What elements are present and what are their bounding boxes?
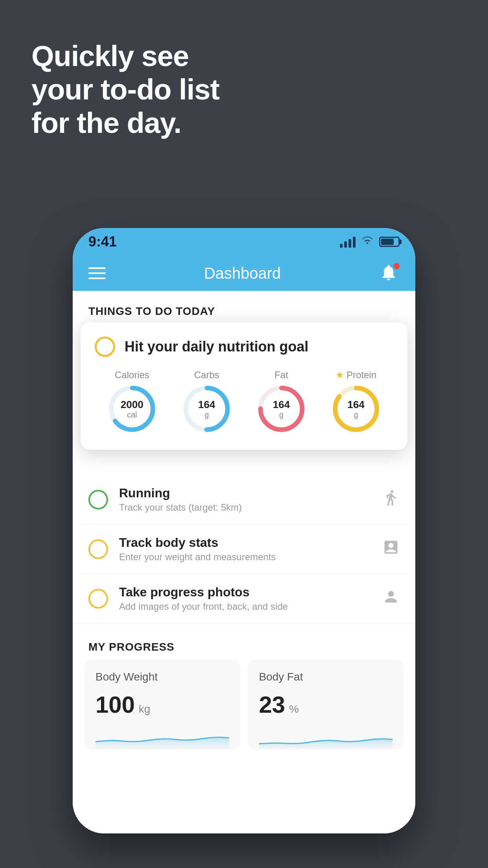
body-weight-title: Body Weight: [95, 671, 229, 683]
body-fat-value-row: 23 %: [259, 691, 393, 718]
nav-title: Dashboard: [204, 265, 281, 282]
todo-item-photos[interactable]: Take progress photos Add images of your …: [73, 574, 415, 623]
body-weight-value-row: 100 kg: [95, 691, 229, 718]
protein-label: Protein: [347, 370, 376, 381]
nutrition-card-header: Hit your daily nutrition goal: [95, 337, 393, 357]
status-icons: [340, 235, 400, 248]
body-fat-card: Body Fat 23 %: [248, 660, 404, 750]
calories-value: 2000: [121, 399, 143, 410]
body-stats-title: Track body stats: [119, 535, 371, 550]
hero-line1: Quickly see: [31, 40, 189, 72]
nutrition-card-title: Hit your daily nutrition goal: [125, 338, 308, 355]
body-weight-card: Body Weight 100 kg: [84, 660, 240, 750]
fat-unit: g: [273, 410, 290, 419]
fat-value: 164: [273, 399, 290, 410]
carbs-unit: g: [198, 410, 215, 419]
body-stats-text: Track body stats Enter your weight and m…: [119, 535, 371, 563]
todo-item-body-stats[interactable]: Track body stats Enter your weight and m…: [73, 524, 415, 574]
status-time: 9:41: [88, 234, 117, 250]
phone-shell: 9:41 Dashboard: [73, 228, 415, 833]
running-circle: [88, 490, 108, 509]
status-bar: 9:41: [73, 228, 415, 256]
nav-bar: Dashboard: [73, 256, 415, 291]
section-header: THINGS TO DO TODAY: [73, 291, 415, 326]
phone-content: THINGS TO DO TODAY Hit your daily nutrit…: [73, 291, 415, 833]
body-stats-subtitle: Enter your weight and measurements: [119, 552, 371, 563]
fat-label: Fat: [275, 370, 288, 381]
calories-label: Calories: [115, 370, 149, 381]
photos-circle: [88, 589, 108, 609]
hero-line3: for the day.: [31, 107, 181, 139]
protein-value: 164: [347, 399, 364, 410]
notification-button[interactable]: [379, 263, 400, 283]
body-fat-value: 23: [259, 691, 285, 718]
photos-subtitle: Add images of your front, back, and side: [119, 601, 371, 612]
body-fat-title: Body Fat: [259, 671, 393, 683]
carbs-value: 164: [198, 399, 215, 410]
hero-text: Quickly see your to-do list for the day.: [31, 39, 219, 140]
body-fat-unit: %: [289, 703, 299, 715]
body-weight-value: 100: [95, 691, 135, 718]
todo-item-running[interactable]: Running Track your stats (target: 5km): [73, 475, 415, 524]
calories-donut: 2000 cal: [108, 385, 156, 432]
menu-button[interactable]: [88, 267, 106, 279]
battery-icon: [379, 237, 400, 247]
running-text: Running Track your stats (target: 5km): [119, 486, 371, 513]
nutrition-circle-check: [95, 337, 115, 357]
scale-icon: [382, 539, 400, 559]
photos-title: Take progress photos: [119, 585, 371, 600]
body-stats-circle: [88, 539, 108, 559]
signal-icon: [340, 236, 356, 248]
todo-list: Running Track your stats (target: 5km) T…: [73, 475, 415, 623]
person-icon: [382, 588, 400, 609]
protein-donut: 164 g: [332, 385, 380, 432]
running-icon: [382, 489, 400, 510]
running-title: Running: [119, 486, 371, 500]
nutrition-protein: ★ Protein 164 g: [332, 370, 380, 432]
calories-unit: cal: [121, 410, 143, 419]
body-weight-sparkline: [95, 726, 229, 750]
carbs-donut: 164 g: [183, 385, 230, 432]
running-subtitle: Track your stats (target: 5km): [119, 502, 371, 513]
progress-section: MY PROGRESS Body Weight 100 kg: [73, 631, 415, 761]
body-fat-sparkline: [259, 726, 393, 750]
protein-unit: g: [347, 410, 364, 419]
photos-text: Take progress photos Add images of your …: [119, 585, 371, 612]
nutrition-carbs: Carbs 164 g: [183, 370, 230, 432]
hero-line2: your to-do list: [31, 73, 219, 106]
progress-header: MY PROGRESS: [73, 631, 415, 660]
star-icon: ★: [336, 370, 344, 381]
body-weight-unit: kg: [139, 703, 150, 715]
wifi-icon: [360, 235, 374, 248]
nutrition-row: Calories 2000 cal Carbs: [95, 370, 393, 432]
nutrition-calories: Calories 2000 cal: [108, 370, 156, 432]
notification-dot: [393, 263, 400, 269]
nutrition-fat: Fat 164 g: [258, 370, 305, 432]
nutrition-card: Hit your daily nutrition goal Calories 2…: [81, 322, 407, 450]
fat-donut: 164 g: [258, 385, 305, 432]
progress-cards: Body Weight 100 kg: [73, 660, 415, 750]
carbs-label: Carbs: [194, 370, 219, 381]
